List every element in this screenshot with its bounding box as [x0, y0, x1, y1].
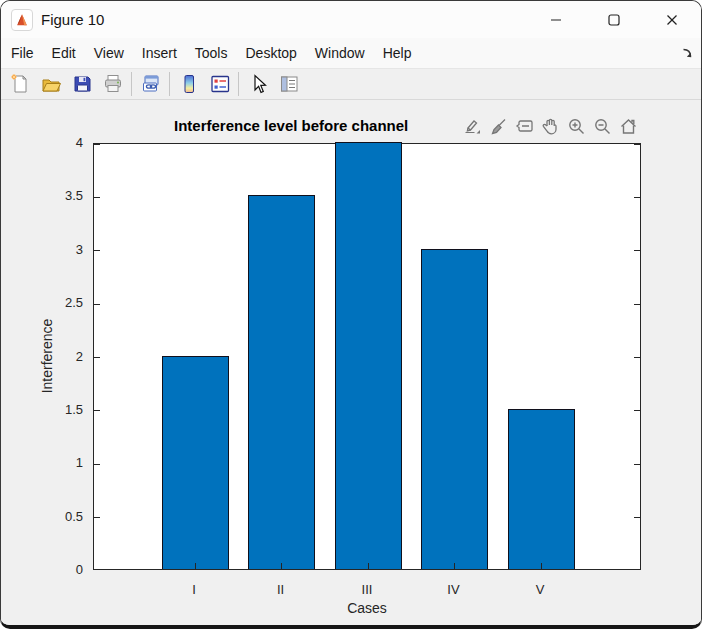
y-axis-tick-label: 1.5: [35, 402, 83, 417]
y-tick-mark: [94, 464, 100, 465]
window-controls: [527, 1, 701, 38]
y-tick-mark: [94, 144, 100, 145]
figure-canvas: Interference level before channel: [1, 100, 701, 625]
menu-item-insert[interactable]: Insert: [133, 38, 186, 68]
toolbar-separator: [131, 72, 132, 96]
plot-area: [93, 143, 641, 570]
y-tick-mark: [634, 569, 640, 570]
pan-button[interactable]: [540, 115, 561, 139]
link-plot-button[interactable]: [135, 71, 166, 98]
maximize-button[interactable]: [585, 1, 643, 38]
x-axis-tick-label: III: [337, 582, 397, 597]
y-axis-tick-label: 2: [35, 349, 83, 364]
y-axis-tick-label: 3: [35, 242, 83, 257]
y-tick-mark: [634, 197, 640, 198]
matlab-figure-window: Figure 10 File Edit View Insert Tools De…: [0, 0, 702, 629]
matlab-logo-icon: [11, 9, 33, 31]
x-tick-mark: [368, 563, 369, 569]
y-tick-mark: [634, 144, 640, 145]
new-document-icon: [9, 73, 31, 95]
menu-item-desktop[interactable]: Desktop: [236, 38, 305, 68]
close-button[interactable]: [643, 1, 701, 38]
export-button[interactable]: [462, 115, 483, 139]
property-inspector-icon: [278, 73, 300, 95]
axes-toolbar: [458, 113, 639, 140]
y-tick-mark: [634, 410, 640, 411]
y-axis-tick-label: 0: [35, 562, 83, 577]
y-axis-tick-label: 4: [35, 135, 83, 150]
chart-title: Interference level before channel: [174, 117, 408, 134]
open-file-button[interactable]: [35, 71, 66, 98]
y-tick-mark: [634, 250, 640, 251]
edit-plot-button[interactable]: [242, 71, 273, 98]
bar-I: [162, 356, 229, 570]
link-plot-icon: [140, 73, 162, 95]
y-axis-tick-label: 3.5: [35, 188, 83, 203]
dock-figure-arrow-icon[interactable]: [681, 46, 694, 64]
y-tick-mark: [94, 410, 100, 411]
bar-III: [335, 142, 402, 569]
figure-toolbar: [1, 68, 701, 100]
y-axis-tick-label: 1: [35, 455, 83, 470]
menu-item-tools[interactable]: Tools: [186, 38, 237, 68]
zoom-out-icon: [593, 117, 612, 136]
new-figure-button[interactable]: [4, 71, 35, 98]
print-figure-button[interactable]: [97, 71, 128, 98]
x-tick-mark: [454, 563, 455, 569]
colorbar-icon: [178, 73, 200, 95]
floppy-disk-icon: [71, 73, 93, 95]
y-tick-mark: [634, 304, 640, 305]
open-folder-icon: [40, 73, 62, 95]
insert-colorbar-button[interactable]: [173, 71, 204, 98]
x-axis-tick-label: II: [251, 582, 311, 597]
legend-icon: [209, 73, 231, 95]
y-tick-mark: [94, 197, 100, 198]
y-tick-mark: [94, 517, 100, 518]
y-axis-tick-label: 0.5: [35, 509, 83, 524]
pan-hand-icon: [541, 117, 560, 136]
restore-view-button[interactable]: [618, 115, 639, 139]
x-axis-tick-label: I: [164, 582, 224, 597]
y-tick-mark: [634, 357, 640, 358]
y-axis-tick-label: 2.5: [35, 295, 83, 310]
x-axis-label: Cases: [93, 600, 641, 616]
zoom-in-button[interactable]: [566, 115, 587, 139]
brush-data-button[interactable]: [488, 115, 509, 139]
home-icon: [619, 117, 638, 136]
bar-IV: [421, 249, 488, 569]
cursor-arrow-icon: [247, 73, 269, 95]
x-tick-mark: [195, 563, 196, 569]
minimize-button[interactable]: [527, 1, 585, 38]
y-tick-mark: [634, 517, 640, 518]
data-tips-button[interactable]: [514, 115, 535, 139]
export-pencil-icon: [463, 117, 482, 136]
menu-bar: File Edit View Insert Tools Desktop Wind…: [1, 38, 701, 68]
y-tick-mark: [94, 569, 100, 570]
menu-item-window[interactable]: Window: [306, 38, 374, 68]
y-tick-mark: [94, 304, 100, 305]
bar-II: [248, 195, 315, 569]
y-tick-mark: [94, 250, 100, 251]
menu-item-view[interactable]: View: [85, 38, 133, 68]
datatip-icon: [515, 117, 534, 136]
y-tick-mark: [634, 464, 640, 465]
insert-legend-button[interactable]: [204, 71, 235, 98]
toolbar-separator: [169, 72, 170, 96]
x-axis-tick-label: V: [510, 582, 570, 597]
menu-item-help[interactable]: Help: [374, 38, 421, 68]
menu-item-edit[interactable]: Edit: [43, 38, 85, 68]
menu-item-file[interactable]: File: [2, 38, 43, 68]
x-tick-mark: [281, 563, 282, 569]
zoom-out-button[interactable]: [592, 115, 613, 139]
y-tick-mark: [94, 357, 100, 358]
printer-icon: [102, 73, 124, 95]
property-inspector-button[interactable]: [273, 71, 304, 98]
x-axis-tick-label: IV: [424, 582, 484, 597]
zoom-in-icon: [567, 117, 586, 136]
window-title: Figure 10: [41, 11, 104, 28]
save-figure-button[interactable]: [66, 71, 97, 98]
title-bar: Figure 10: [1, 1, 701, 38]
toolbar-separator: [238, 72, 239, 96]
brush-icon: [489, 117, 508, 136]
x-tick-mark: [541, 563, 542, 569]
